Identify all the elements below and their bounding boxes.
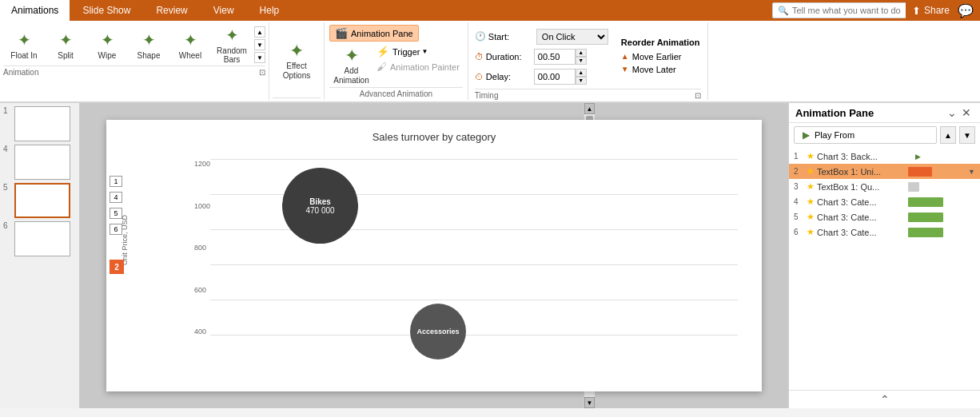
animation-items-list: 1 ★ Chart 3: Back... ▶ 2 ★ TextBox 1: Un… (789, 147, 980, 390)
move-later-button[interactable]: ▼ Move Later (621, 63, 700, 76)
anim-item-5-bar (908, 212, 943, 222)
duration-up-button[interactable]: ▲ (576, 49, 587, 57)
trigger-button[interactable]: ⚡ Trigger ▼ (373, 45, 463, 58)
move-later-label: Move Later (632, 65, 676, 74)
bikes-label: Bikes (309, 197, 331, 206)
anim-float-in[interactable]: ✦ Float In (3, 29, 45, 62)
anim-item-1-name: Chart 3: Back... (817, 152, 913, 161)
tab-help[interactable]: Help (247, 0, 293, 21)
anim-shape[interactable]: ✦ Shape (128, 29, 169, 62)
pane-collapse-button[interactable]: ⌄ (945, 106, 959, 119)
anim-item-2-bar (908, 167, 932, 177)
split-icon: ✦ (59, 30, 73, 50)
add-animation-label: AddAnimation (333, 66, 368, 85)
play-from-area: ▶ Play From ▲ ▼ (789, 123, 980, 147)
tab-animations[interactable]: Animations (0, 0, 70, 21)
anim-item-2-num: 2 (794, 167, 807, 176)
slide-canvas: ▲ ▼ Sales turnover by category Unit Pric… (80, 103, 788, 408)
effect-options-label: EffectOptions (283, 62, 310, 81)
anim-item-5-name: Chart 3: Cate... (817, 212, 905, 222)
delay-input[interactable] (534, 69, 576, 85)
anim-item-2-dropdown-icon[interactable]: ▼ (968, 168, 975, 176)
scroll-down-btn[interactable]: ▼ (584, 397, 595, 408)
slide-thumb-4[interactable]: 4 (3, 145, 76, 180)
slide-animation-indicator: 2 (110, 260, 124, 274)
add-animation-button[interactable]: ✦ AddAnimation (329, 44, 373, 87)
anim-item-1[interactable]: 1 ★ Chart 3: Back... ▶ (789, 149, 980, 164)
anim-item-6-name: Chart 3: Cate... (817, 228, 905, 237)
anim-item-4-bar (908, 197, 943, 207)
animation-pane-header: Animation Pane ⌄ ✕ (789, 103, 980, 123)
wipe-icon: ✦ (101, 30, 114, 50)
slide-thumb-6[interactable]: 6 (3, 221, 76, 256)
pane-close-button[interactable]: ✕ (959, 106, 974, 119)
duration-down-button[interactable]: ▼ (576, 57, 587, 65)
scroll-up-button[interactable]: ▲ (254, 26, 265, 38)
move-earlier-button[interactable]: ▲ Move Earlier (621, 50, 700, 63)
search-icon: 🔍 (778, 6, 789, 16)
slide-num-box-1: 1 (110, 176, 122, 187)
delay-down-button[interactable]: ▼ (576, 77, 587, 85)
accessories-label: Accessories (416, 328, 459, 336)
slide-title: Sales turnover by category (106, 131, 762, 143)
tab-review[interactable]: Review (143, 0, 200, 21)
animation-expand-icon[interactable]: ⊡ (259, 68, 265, 77)
duration-label: Duration: (486, 52, 534, 62)
anim-random-bars[interactable]: ✦ Random Bars (211, 24, 253, 66)
anim-item-4[interactable]: 4 ★ Chart 3: Cate... (789, 194, 980, 209)
anim-item-3-star-icon: ★ (807, 181, 815, 192)
scroll-more-button[interactable]: ▼ (254, 52, 265, 63)
pane-nav-up-button[interactable]: ▲ (940, 126, 956, 144)
animation-painter-button[interactable]: 🖌 Animation Painter (373, 60, 463, 73)
accessories-bubble[interactable]: Accessories (410, 304, 466, 359)
advanced-animation-label: Advanced Animation (329, 87, 463, 98)
slide-num-box-6: 6 (110, 224, 122, 235)
animation-pane-icon: 🎬 (335, 27, 348, 39)
timing-expand-icon[interactable]: ⊡ (695, 91, 701, 100)
effect-options-button[interactable]: ✦ EffectOptions (273, 38, 321, 84)
anim-item-3[interactable]: 3 ★ TextBox 1: Qu... (789, 179, 980, 194)
anim-split[interactable]: ✦ Split (45, 29, 86, 62)
anim-item-1-star-icon: ★ (807, 151, 815, 161)
wheel-icon: ✦ (184, 30, 197, 50)
reorder-animation-label: Reorder Animation (621, 38, 700, 47)
animation-pane-button[interactable]: 🎬 Animation Pane (329, 25, 419, 42)
scroll-up-btn[interactable]: ▲ (584, 103, 595, 114)
search-input[interactable] (792, 6, 920, 15)
anim-wipe[interactable]: ✦ Wipe (86, 29, 128, 62)
duration-clock-icon: ⏱ (475, 52, 484, 62)
slide-thumb-1[interactable]: 1 (3, 106, 76, 141)
tab-slideshow[interactable]: Slide Show (70, 0, 143, 21)
effect-options-icon: ✦ (289, 41, 304, 62)
play-from-button[interactable]: ▶ Play From (794, 126, 937, 144)
duration-input[interactable] (534, 49, 576, 65)
advanced-animation-group: 🎬 Animation Pane ✦ AddAnimation ⚡ Trigge… (325, 22, 468, 100)
start-clock-icon: 🕐 (475, 31, 486, 42)
comment-icon[interactable]: 💬 (958, 3, 974, 18)
animation-pane-title: Animation Pane (795, 107, 874, 119)
bikes-bubble[interactable]: Bikes 470 000 (282, 168, 358, 244)
float-in-icon: ✦ (18, 30, 31, 50)
anim-item-6-star-icon: ★ (807, 227, 815, 237)
trigger-dropdown-icon: ▼ (421, 48, 428, 55)
pane-nav-down-button[interactable]: ▼ (959, 126, 975, 144)
anim-item-3-bar (908, 182, 919, 192)
delay-label: Delay: (486, 72, 534, 81)
anim-wheel[interactable]: ✦ Wheel (169, 29, 211, 62)
anim-item-2[interactable]: 2 ★ TextBox 1: Uni... ▼ (789, 164, 980, 179)
pane-expand-button[interactable]: ⌃ (880, 393, 890, 406)
delay-up-button[interactable]: ▲ (576, 69, 587, 77)
anim-item-5[interactable]: 5 ★ Chart 3: Cate... (789, 209, 980, 224)
anim-item-3-name: TextBox 1: Qu... (817, 182, 905, 192)
anim-item-6-bar (908, 228, 943, 237)
start-select[interactable]: On Click (536, 29, 608, 45)
share-button[interactable]: Share (924, 5, 950, 16)
scroll-down-button[interactable]: ▼ (254, 39, 265, 50)
random-bars-icon: ✦ (225, 26, 239, 45)
tab-view[interactable]: View (201, 0, 247, 21)
anim-item-6[interactable]: 6 ★ Chart 3: Cate... (789, 224, 980, 240)
anim-item-3-num: 3 (794, 182, 807, 191)
shape-icon: ✦ (142, 30, 156, 50)
slide-panel: 1 4 5 6 (0, 103, 80, 408)
slide-thumb-5[interactable]: 5 (3, 183, 76, 218)
